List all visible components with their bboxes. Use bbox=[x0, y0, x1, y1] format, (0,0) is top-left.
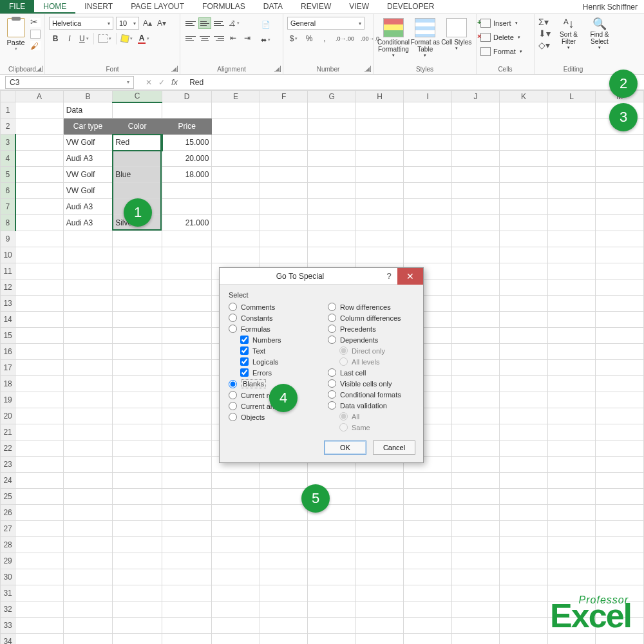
cell-J19[interactable] bbox=[451, 392, 499, 408]
cell-J33[interactable] bbox=[451, 618, 499, 634]
cell-M9[interactable] bbox=[596, 231, 644, 247]
cell-E29[interactable] bbox=[212, 553, 260, 569]
cell-B12[interactable] bbox=[63, 279, 112, 296]
cell-D28[interactable] bbox=[162, 537, 212, 553]
cell-L20[interactable] bbox=[547, 408, 595, 424]
cell-D11[interactable] bbox=[162, 263, 212, 279]
cell-styles-button[interactable]: Cell Styles▾ bbox=[441, 17, 473, 51]
cell-F6[interactable] bbox=[260, 183, 307, 199]
cell-C33[interactable] bbox=[113, 618, 162, 634]
cell-K31[interactable] bbox=[500, 585, 547, 601]
cell-C29[interactable] bbox=[113, 553, 162, 569]
cell-L19[interactable] bbox=[547, 392, 595, 408]
cell-I8[interactable] bbox=[404, 215, 451, 231]
cell-M23[interactable] bbox=[596, 457, 644, 473]
cell-A13[interactable] bbox=[15, 296, 64, 312]
cell-I28[interactable] bbox=[404, 537, 451, 553]
cell-K10[interactable] bbox=[500, 247, 547, 263]
bold-button[interactable]: B bbox=[49, 32, 62, 45]
row-header-17[interactable]: 17 bbox=[1, 360, 15, 376]
cell-D12[interactable] bbox=[162, 279, 212, 296]
font-size-combo[interactable]: 10▾ bbox=[116, 17, 139, 30]
cell-F24[interactable] bbox=[260, 473, 307, 489]
cell-J20[interactable] bbox=[451, 408, 499, 424]
cell-A1[interactable] bbox=[15, 102, 64, 118]
tab-formulas[interactable]: FORMULAS bbox=[193, 0, 254, 14]
cell-J14[interactable] bbox=[451, 312, 499, 328]
cell-M30[interactable] bbox=[596, 569, 644, 585]
cell-K28[interactable] bbox=[500, 537, 547, 553]
cell-M25[interactable] bbox=[596, 489, 644, 505]
cell-K12[interactable] bbox=[500, 279, 547, 296]
row-header-23[interactable]: 23 bbox=[1, 457, 15, 473]
cell-L2[interactable] bbox=[547, 118, 595, 135]
cell-L18[interactable] bbox=[547, 376, 595, 392]
row-header-26[interactable]: 26 bbox=[1, 505, 15, 521]
row-header-32[interactable]: 32 bbox=[1, 601, 15, 618]
align-middle-icon[interactable] bbox=[198, 17, 211, 29]
font-name-combo[interactable]: Helvetica▾ bbox=[49, 17, 113, 30]
cell-F5[interactable] bbox=[260, 167, 307, 183]
cell-M14[interactable] bbox=[596, 312, 644, 328]
cell-H26[interactable] bbox=[355, 505, 404, 521]
column-header-A[interactable]: A bbox=[15, 91, 64, 102]
cell-F31[interactable] bbox=[260, 585, 307, 601]
row-header-7[interactable]: 7 bbox=[1, 199, 15, 215]
cell-E10[interactable] bbox=[212, 247, 260, 263]
cell-C14[interactable] bbox=[113, 312, 162, 328]
cell-H9[interactable] bbox=[355, 231, 404, 247]
cell-M29[interactable] bbox=[596, 553, 644, 569]
cell-E25[interactable] bbox=[212, 489, 260, 505]
cell-K34[interactable] bbox=[500, 634, 547, 645]
cell-I32[interactable] bbox=[404, 601, 451, 618]
formula-input[interactable]: Red bbox=[184, 78, 644, 87]
cell-G27[interactable] bbox=[308, 521, 356, 537]
cell-D31[interactable] bbox=[162, 585, 212, 601]
cell-B11[interactable] bbox=[63, 263, 112, 279]
cell-E32[interactable] bbox=[212, 601, 260, 618]
cell-B32[interactable] bbox=[63, 601, 112, 618]
cell-A20[interactable] bbox=[15, 408, 64, 424]
autosum-icon[interactable]: Σ▾ bbox=[538, 17, 551, 27]
cell-D32[interactable] bbox=[162, 601, 212, 618]
option-errors[interactable] bbox=[240, 368, 249, 377]
cell-A18[interactable] bbox=[15, 376, 64, 392]
cell-A6[interactable] bbox=[15, 183, 64, 199]
cell-A30[interactable] bbox=[15, 569, 64, 585]
cell-K23[interactable] bbox=[500, 457, 547, 473]
cell-A25[interactable] bbox=[15, 489, 64, 505]
cell-L13[interactable] bbox=[547, 296, 595, 312]
cell-E27[interactable] bbox=[212, 521, 260, 537]
cell-B25[interactable] bbox=[63, 489, 112, 505]
cell-H10[interactable] bbox=[355, 247, 404, 263]
option-curarr[interactable] bbox=[229, 402, 237, 410]
clipboard-dialog-launcher-icon[interactable] bbox=[36, 66, 43, 72]
cell-A12[interactable] bbox=[15, 279, 64, 296]
cell-K14[interactable] bbox=[500, 312, 547, 328]
column-header-C[interactable]: C bbox=[113, 91, 162, 102]
border-button[interactable] bbox=[97, 32, 113, 45]
cell-D34[interactable] bbox=[162, 634, 212, 645]
cell-B2[interactable]: Car type bbox=[63, 118, 112, 135]
cell-B27[interactable] bbox=[63, 521, 112, 537]
cell-G8[interactable] bbox=[308, 215, 356, 231]
cell-D15[interactable] bbox=[162, 328, 212, 344]
cell-B9[interactable] bbox=[63, 231, 112, 247]
cell-G31[interactable] bbox=[308, 585, 356, 601]
cell-B8[interactable]: Audi A3 bbox=[63, 215, 112, 231]
underline-button[interactable]: U bbox=[77, 32, 91, 45]
cell-L5[interactable] bbox=[547, 167, 595, 183]
cell-J8[interactable] bbox=[451, 215, 499, 231]
align-center-icon[interactable] bbox=[198, 32, 211, 44]
cell-I9[interactable] bbox=[404, 231, 451, 247]
tab-view[interactable]: VIEW bbox=[340, 0, 378, 14]
cell-H34[interactable] bbox=[355, 634, 404, 645]
cell-C30[interactable] bbox=[113, 569, 162, 585]
cell-E34[interactable] bbox=[212, 634, 260, 645]
row-header-14[interactable]: 14 bbox=[1, 312, 15, 328]
sort-filter-button[interactable]: ᴬ↓Sort & Filter▾ bbox=[554, 17, 583, 50]
cell-L28[interactable] bbox=[547, 537, 595, 553]
cell-D16[interactable] bbox=[162, 344, 212, 360]
cell-G33[interactable] bbox=[308, 618, 356, 634]
row-header-12[interactable]: 12 bbox=[1, 279, 15, 296]
